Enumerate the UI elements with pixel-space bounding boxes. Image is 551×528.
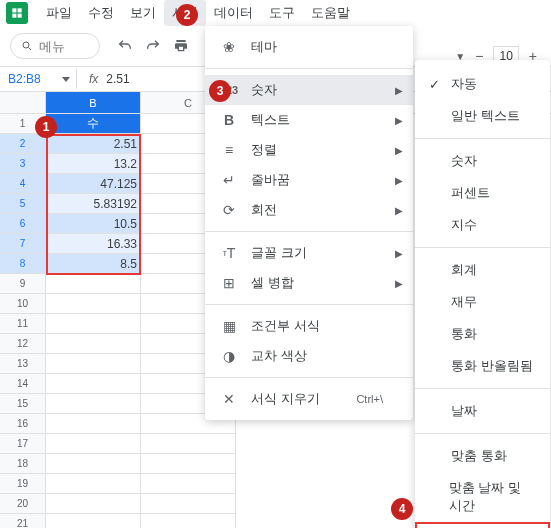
row-header[interactable]: 3: [0, 154, 46, 174]
print-icon[interactable]: [168, 33, 194, 59]
cell[interactable]: 수: [46, 114, 141, 134]
col-header-b[interactable]: B: [46, 92, 141, 113]
row-header[interactable]: 17: [0, 434, 46, 454]
cell[interactable]: 16.33: [46, 234, 141, 254]
redo-icon[interactable]: [140, 33, 166, 59]
row-header[interactable]: 4: [0, 174, 46, 194]
cell[interactable]: [46, 434, 141, 454]
cell[interactable]: [46, 474, 141, 494]
row-header[interactable]: 14: [0, 374, 46, 394]
submenu-arrow-icon: ▶: [395, 115, 403, 126]
num-accounting[interactable]: 회계: [415, 254, 550, 286]
row-header[interactable]: 20: [0, 494, 46, 514]
num-financial[interactable]: 재무: [415, 286, 550, 318]
cell[interactable]: [46, 354, 141, 374]
bold-icon: B: [219, 112, 239, 128]
row-header[interactable]: 12: [0, 334, 46, 354]
submenu-arrow-icon: ▶: [395, 85, 403, 96]
separator: [205, 68, 413, 69]
menu-clear[interactable]: ✕서식 지우기Ctrl+\: [205, 384, 413, 414]
formula-value[interactable]: 2.51: [106, 72, 129, 86]
num-custom-number[interactable]: 맞춤 숫자 형식: [415, 522, 550, 528]
cell[interactable]: 2.51: [46, 134, 141, 154]
num-custom-datetime[interactable]: 맞춤 날짜 및 시간: [415, 472, 550, 522]
cell[interactable]: 5.83192: [46, 194, 141, 214]
menu-search[interactable]: [10, 33, 100, 59]
row-header[interactable]: 19: [0, 474, 46, 494]
cell[interactable]: 10.5: [46, 214, 141, 234]
namebox-dropdown-icon[interactable]: [60, 77, 72, 82]
row-header[interactable]: 13: [0, 354, 46, 374]
cell[interactable]: [46, 514, 141, 528]
menu-conditional[interactable]: ▦조건부 서식: [205, 311, 413, 341]
num-custom-currency[interactable]: 맞춤 통화: [415, 440, 550, 472]
cell[interactable]: [141, 434, 236, 454]
menu-rotate[interactable]: ⟳회전▶: [205, 195, 413, 225]
name-box[interactable]: B2:B8: [0, 72, 60, 86]
num-number[interactable]: 숫자: [415, 145, 550, 177]
num-percent[interactable]: 퍼센트: [415, 177, 550, 209]
num-sci[interactable]: 지수: [415, 209, 550, 241]
clear-icon: ✕: [219, 391, 239, 407]
conditional-icon: ▦: [219, 318, 239, 334]
theme-icon: ❀: [219, 39, 239, 55]
row-header[interactable]: 2: [0, 134, 46, 154]
menu-data[interactable]: 데이터: [206, 0, 261, 26]
menu-help[interactable]: 도움말: [303, 0, 358, 26]
separator: [76, 69, 77, 89]
cell[interactable]: [141, 494, 236, 514]
menu-number[interactable]: 123숫자▶: [205, 75, 413, 105]
menu-merge[interactable]: ⊞셀 병합▶: [205, 268, 413, 298]
num-currency[interactable]: 통화: [415, 318, 550, 350]
menu-file[interactable]: 파일: [38, 0, 80, 26]
num-plain[interactable]: 일반 텍스트: [415, 100, 550, 132]
cell[interactable]: [46, 294, 141, 314]
menu-altcolor[interactable]: ◑교차 색상: [205, 341, 413, 371]
row-header[interactable]: 15: [0, 394, 46, 414]
cell[interactable]: [141, 454, 236, 474]
cell[interactable]: 8.5: [46, 254, 141, 274]
search-input[interactable]: [39, 39, 89, 54]
num-date[interactable]: 날짜: [415, 395, 550, 427]
row-header[interactable]: 18: [0, 454, 46, 474]
undo-icon[interactable]: [112, 33, 138, 59]
cell[interactable]: 13.2: [46, 154, 141, 174]
menu-tools[interactable]: 도구: [261, 0, 303, 26]
num-auto[interactable]: ✓자동: [415, 68, 550, 100]
submenu-arrow-icon: ▶: [395, 145, 403, 156]
cell[interactable]: [46, 414, 141, 434]
menu-align[interactable]: ≡정렬▶: [205, 135, 413, 165]
row-header[interactable]: 7: [0, 234, 46, 254]
select-all-corner[interactable]: [0, 92, 46, 113]
cell[interactable]: 47.125: [46, 174, 141, 194]
row-header[interactable]: 11: [0, 314, 46, 334]
row-header[interactable]: 21: [0, 514, 46, 528]
row-header[interactable]: 9: [0, 274, 46, 294]
menu-fontsize[interactable]: тT글꼴 크기▶: [205, 238, 413, 268]
cell[interactable]: [141, 514, 236, 528]
row-header[interactable]: 10: [0, 294, 46, 314]
menu-wrap[interactable]: ↵줄바꿈▶: [205, 165, 413, 195]
cell[interactable]: [141, 474, 236, 494]
menu-view[interactable]: 보기: [122, 0, 164, 26]
menu-edit[interactable]: 수정: [80, 0, 122, 26]
submenu-arrow-icon: ▶: [395, 175, 403, 186]
row-header[interactable]: 16: [0, 414, 46, 434]
menu-text[interactable]: B텍스트▶: [205, 105, 413, 135]
separator: [205, 231, 413, 232]
menu-theme[interactable]: ❀테마: [205, 32, 413, 62]
cell[interactable]: [46, 374, 141, 394]
num-currency-round[interactable]: 통화 반올림됨: [415, 350, 550, 382]
row-header[interactable]: 8: [0, 254, 46, 274]
cell[interactable]: [46, 274, 141, 294]
cell[interactable]: [46, 394, 141, 414]
row-header[interactable]: 6: [0, 214, 46, 234]
svg-line-5: [29, 48, 32, 51]
cell[interactable]: [46, 334, 141, 354]
svg-rect-1: [18, 8, 22, 12]
cell[interactable]: [46, 454, 141, 474]
cell[interactable]: [46, 494, 141, 514]
altcolor-icon: ◑: [219, 348, 239, 364]
cell[interactable]: [46, 314, 141, 334]
row-header[interactable]: 5: [0, 194, 46, 214]
